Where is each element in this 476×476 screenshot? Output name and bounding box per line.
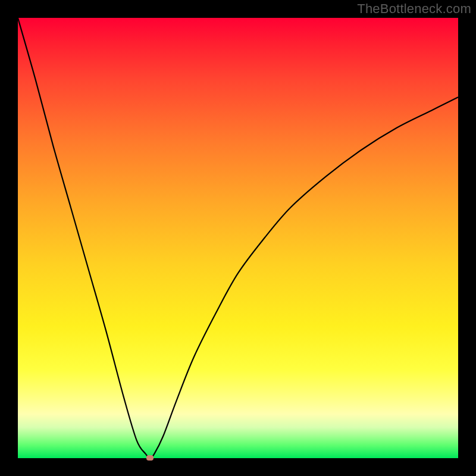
watermark-text: TheBottleneck.com xyxy=(357,1,471,17)
chart-frame: TheBottleneck.com xyxy=(0,0,476,476)
plot-area xyxy=(18,18,458,458)
curve-layer xyxy=(18,18,458,458)
bottleneck-curve xyxy=(18,18,458,458)
optimal-marker xyxy=(146,455,154,461)
